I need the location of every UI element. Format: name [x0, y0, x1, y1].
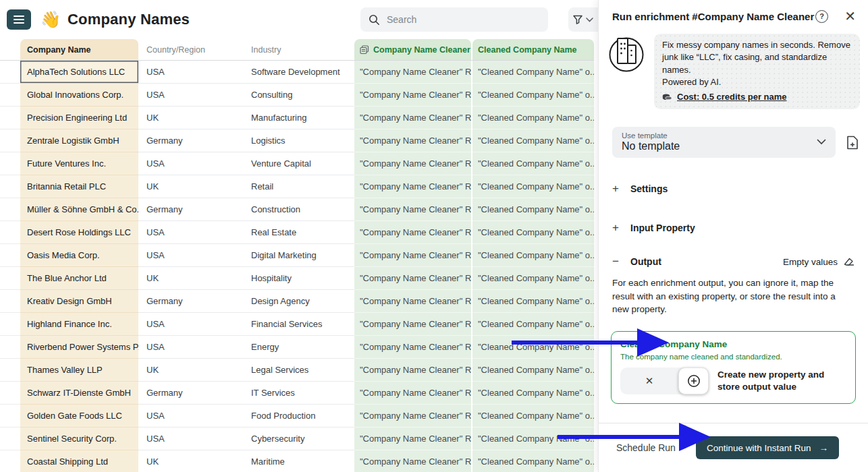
cell-cleaner[interactable]: "Company Name Cleaner" R...: [354, 267, 471, 290]
cell-industry[interactable]: Cybersecurity: [243, 427, 354, 450]
cell-country[interactable]: USA: [138, 427, 243, 450]
cell-industry[interactable]: Retail: [243, 175, 354, 198]
cell-cleaner[interactable]: "Company Name Cleaner" R...: [354, 427, 471, 450]
cell-cleaned[interactable]: "Cleaned Company Name" o...: [472, 61, 594, 84]
cell-company-name[interactable]: Riverbend Power Systems P...: [20, 336, 138, 359]
cell-company-name[interactable]: Golden Gate Foods LLC: [20, 405, 138, 427]
continue-instant-run-button[interactable]: Continue with Instant Run →: [696, 436, 839, 459]
cell-industry[interactable]: Financial Services: [243, 313, 354, 336]
cell-industry[interactable]: Venture Capital: [243, 152, 354, 175]
cell-cleaner[interactable]: "Company Name Cleaner" R...: [354, 359, 471, 382]
cell-cleaned[interactable]: "Cleaned Company Name" o...: [472, 359, 594, 382]
cell-cleaned[interactable]: "Cleaned Company Name" o...: [472, 450, 594, 472]
cell-cleaner[interactable]: "Company Name Cleaner" R...: [354, 450, 471, 472]
cell-cleaner[interactable]: "Company Name Cleaner" R...: [354, 175, 471, 198]
cell-industry[interactable]: Food Production: [243, 405, 354, 427]
cell-industry[interactable]: IT Services: [243, 382, 354, 405]
cell-cleaner[interactable]: "Company Name Cleaner" R...: [354, 405, 471, 427]
cell-company-name[interactable]: Precision Engineering Ltd: [20, 107, 138, 129]
cell-country[interactable]: USA: [138, 84, 243, 107]
cell-industry[interactable]: Digital Marketing: [243, 244, 354, 267]
cell-cleaned[interactable]: "Cleaned Company Name" o...: [472, 313, 594, 336]
cell-cleaner[interactable]: "Company Name Cleaner" R...: [354, 84, 471, 107]
cell-cleaner[interactable]: "Company Name Cleaner" R...: [354, 129, 471, 152]
cell-industry[interactable]: Design Agency: [243, 290, 354, 313]
cell-cleaner[interactable]: "Company Name Cleaner" R...: [354, 107, 471, 129]
schedule-run-button[interactable]: Schedule Run: [616, 442, 676, 453]
cell-cleaner[interactable]: "Company Name Cleaner" R...: [354, 244, 471, 267]
cell-industry[interactable]: Software Development: [243, 61, 354, 84]
cell-cleaner[interactable]: "Company Name Cleaner" R...: [354, 336, 471, 359]
cell-company-name[interactable]: AlphaTech Solutions LLC: [20, 61, 138, 84]
menu-button[interactable]: [7, 9, 31, 30]
cell-country[interactable]: USA: [138, 152, 243, 175]
cell-country[interactable]: USA: [138, 313, 243, 336]
cell-industry[interactable]: Logistics: [243, 129, 354, 152]
cell-company-name[interactable]: Future Ventures Inc.: [20, 152, 138, 175]
cell-industry[interactable]: Construction: [243, 198, 354, 221]
cell-cleaned[interactable]: "Cleaned Company Name" o...: [472, 405, 594, 427]
cell-cleaned[interactable]: "Cleaned Company Name" o...: [472, 198, 594, 221]
ignore-output-button[interactable]: ✕: [620, 375, 678, 387]
cell-cleaned[interactable]: "Cleaned Company Name" o...: [472, 336, 594, 359]
cell-cleaned[interactable]: "Cleaned Company Name" o...: [472, 382, 594, 405]
cell-company-name[interactable]: Britannia Retail PLC: [20, 175, 138, 198]
cell-cleaned[interactable]: "Cleaned Company Name" o...: [472, 427, 594, 450]
cell-company-name[interactable]: Coastal Shipping Ltd: [20, 450, 138, 472]
cell-cleaned[interactable]: "Cleaned Company Name" o...: [472, 244, 594, 267]
cell-industry[interactable]: Real Estate: [243, 221, 354, 244]
input-property-toggle[interactable]: + Input Property: [612, 221, 855, 235]
column-header-industry[interactable]: Industry: [243, 39, 354, 60]
cell-country[interactable]: UK: [138, 107, 243, 129]
search-input[interactable]: Search: [360, 7, 548, 32]
column-header-cleaner[interactable]: Company Name Cleaner: [354, 39, 471, 60]
cost-line[interactable]: Cost: 0.5 credits per name: [662, 91, 852, 103]
cell-cleaned[interactable]: "Cleaned Company Name" o...: [472, 267, 594, 290]
cell-country[interactable]: USA: [138, 405, 243, 427]
cell-country[interactable]: USA: [138, 336, 243, 359]
cell-company-name[interactable]: The Blue Anchor Ltd: [20, 267, 138, 290]
cell-company-name[interactable]: Thames Valley LLP: [20, 359, 138, 382]
cell-cleaned[interactable]: "Cleaned Company Name" o...: [472, 290, 594, 313]
cell-cleaner[interactable]: "Company Name Cleaner" R...: [354, 221, 471, 244]
help-icon[interactable]: ?: [815, 10, 828, 23]
cell-company-name[interactable]: Kreativ Design GmbH: [20, 290, 138, 313]
cell-cleaned[interactable]: "Cleaned Company Name" o...: [472, 175, 594, 198]
cell-country[interactable]: USA: [138, 244, 243, 267]
empty-values-button[interactable]: Empty values: [783, 256, 855, 267]
save-template-icon[interactable]: [846, 136, 859, 150]
filter-button[interactable]: [568, 7, 598, 32]
cell-industry[interactable]: Hospitality: [243, 267, 354, 290]
cell-country[interactable]: USA: [138, 221, 243, 244]
output-toggle[interactable]: − Output Empty values: [612, 255, 855, 268]
cell-cleaner[interactable]: "Company Name Cleaner" R...: [354, 152, 471, 175]
cell-cleaner[interactable]: "Company Name Cleaner" R...: [354, 382, 471, 405]
cell-industry[interactable]: Consulting: [243, 84, 354, 107]
cell-industry[interactable]: Energy: [243, 336, 354, 359]
cell-country[interactable]: Germany: [138, 382, 243, 405]
cell-company-name[interactable]: Desert Rose Holdings LLC: [20, 221, 138, 244]
column-header-cleaned[interactable]: Cleaned Company Name: [472, 39, 594, 60]
cell-industry[interactable]: Legal Services: [243, 359, 354, 382]
cell-cleaned[interactable]: "Cleaned Company Name" o...: [472, 129, 594, 152]
cell-company-name[interactable]: Schwarz IT-Dienste GmbH: [20, 382, 138, 405]
cell-country[interactable]: USA: [138, 61, 243, 84]
cell-company-name[interactable]: Oasis Media Corp.: [20, 244, 138, 267]
cell-cleaner[interactable]: "Company Name Cleaner" R...: [354, 290, 471, 313]
cell-company-name[interactable]: Müller & Söhne GmbH & Co....: [20, 198, 138, 221]
cell-country[interactable]: UK: [138, 450, 243, 472]
cell-company-name[interactable]: Zentrale Logistik GmbH: [20, 129, 138, 152]
cell-cleaner[interactable]: "Company Name Cleaner" R...: [354, 61, 471, 84]
column-header-country[interactable]: Country/Region: [138, 39, 243, 60]
cell-company-name[interactable]: Global Innovations Corp.: [20, 84, 138, 107]
cell-industry[interactable]: Maritime: [243, 450, 354, 472]
cell-country[interactable]: UK: [138, 267, 243, 290]
cell-industry[interactable]: Manufacturing: [243, 107, 354, 129]
cell-country[interactable]: Germany: [138, 129, 243, 152]
cell-country[interactable]: Germany: [138, 290, 243, 313]
cell-country[interactable]: UK: [138, 359, 243, 382]
cell-cleaner[interactable]: "Company Name Cleaner" R...: [354, 313, 471, 336]
cell-country[interactable]: UK: [138, 175, 243, 198]
cell-country[interactable]: Germany: [138, 198, 243, 221]
cell-cleaned[interactable]: "Cleaned Company Name" o...: [472, 152, 594, 175]
